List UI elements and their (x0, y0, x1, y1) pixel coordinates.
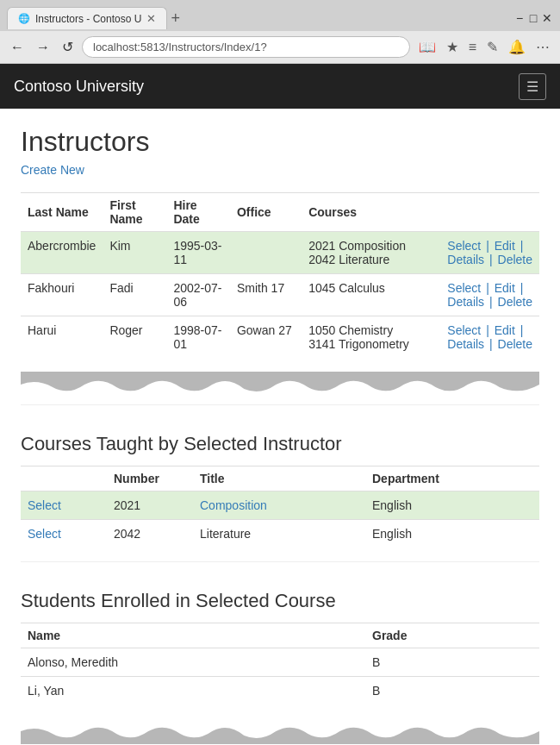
col-department: Department (365, 466, 539, 491)
delete-link[interactable]: Delete (498, 253, 532, 266)
cell-first-name: Fadi (103, 274, 166, 316)
cell-first-name: Kim (103, 232, 166, 274)
courses-table: Number Title Department Select2021Compos… (21, 466, 539, 548)
cell-number: 2042 (107, 520, 193, 548)
maximize-button[interactable]: □ (527, 12, 539, 24)
course-select-link[interactable]: Select (28, 498, 61, 512)
table-row: FakhouriFadi2002-07-06Smith 171045 Calcu… (21, 274, 539, 316)
delete-link[interactable]: Delete (498, 337, 532, 351)
details-link[interactable]: Details (447, 295, 484, 309)
select-link[interactable]: Select (447, 323, 481, 337)
cell-grade: B (365, 648, 539, 677)
table-row: Alonso, MeredithB (21, 648, 539, 677)
tab-close-icon[interactable]: ✕ (146, 12, 156, 25)
refresh-button[interactable]: ↺ (59, 37, 77, 57)
navbar-brand: Contoso University (14, 78, 144, 96)
reader-icon[interactable]: 📖 (415, 37, 439, 57)
cell-hire-date: 1998-07-01 (166, 316, 230, 359)
navbar-toggle-button[interactable]: ☰ (519, 73, 546, 100)
tab-bar: 🌐 Instructors - Contoso U ✕ + − □ ✕ (0, 0, 560, 31)
col-name: Name (21, 623, 365, 648)
courses-section-title: Courses Taught by Selected Instructor (21, 433, 539, 455)
students-header-row: Name Grade (21, 623, 539, 648)
cell-actions: Select | Edit |Details | Delete (440, 274, 539, 316)
col-first-name: FirstName (103, 193, 166, 232)
table-row: Select2042LiteratureEnglish (21, 520, 539, 548)
edit-link[interactable]: Edit (495, 281, 515, 295)
col-office: Office (230, 193, 302, 232)
ragged-edge-bottom (21, 718, 539, 744)
cell-select: Select (21, 491, 107, 520)
cell-office: Gowan 27 (230, 316, 302, 359)
delete-link[interactable]: Delete (498, 295, 532, 309)
cell-office (230, 232, 302, 274)
select-link[interactable]: Select (447, 281, 481, 295)
page-title: Instructors (21, 126, 539, 158)
more-options-icon[interactable]: ⋯ (532, 37, 553, 57)
col-number: Number (107, 466, 193, 491)
notifications-icon[interactable]: 🔔 (505, 37, 529, 57)
url-input[interactable] (82, 36, 410, 58)
minimize-button[interactable]: − (513, 12, 526, 24)
cell-department: English (365, 491, 539, 520)
details-link[interactable]: Details (447, 253, 484, 266)
cell-courses: 2021 Composition2042 Literature (302, 232, 440, 274)
ragged-edge-top (21, 372, 539, 398)
cell-department: English (365, 520, 539, 548)
back-button[interactable]: ← (7, 38, 28, 57)
menu-icon[interactable]: ≡ (465, 38, 480, 57)
cell-select: Select (21, 520, 107, 548)
col-title: Title (193, 466, 365, 491)
new-tab-button[interactable]: + (171, 10, 180, 26)
cell-hire-date: 1995-03-11 (166, 232, 230, 274)
col-hire-date: HireDate (166, 193, 230, 232)
cell-grade: B (365, 677, 539, 705)
edit-link[interactable]: Edit (495, 239, 515, 253)
forward-button[interactable]: → (33, 38, 53, 57)
address-bar: ← → ↺ 📖 ★ ≡ ✎ 🔔 ⋯ (0, 31, 560, 63)
cell-number: 2021 (107, 491, 193, 520)
students-table: Name Grade Alonso, MeredithBLi, YanB (21, 623, 539, 704)
close-button[interactable]: ✕ (541, 12, 553, 24)
cell-courses: 1050 Chemistry3141 Trigonometry (302, 316, 440, 359)
browser-chrome: 🌐 Instructors - Contoso U ✕ + − □ ✕ ← → … (0, 0, 560, 64)
edit-link[interactable]: Edit (495, 323, 515, 337)
table-row: Li, YanB (21, 677, 539, 705)
students-section-title: Students Enrolled in Selected Course (21, 590, 539, 612)
cell-last-name: Fakhouri (21, 274, 103, 316)
course-select-link[interactable]: Select (28, 527, 61, 541)
cell-first-name: Roger (103, 316, 166, 359)
cell-courses: 1045 Calculus (302, 274, 440, 316)
cell-student-name: Alonso, Meredith (21, 648, 365, 677)
cell-student-name: Li, Yan (21, 677, 365, 705)
courses-header-row: Number Title Department (21, 466, 539, 491)
cell-office: Smith 17 (230, 274, 302, 316)
col-actions (440, 193, 539, 232)
instructors-table: Last Name FirstName HireDate Office Cour… (21, 192, 539, 358)
table-row: Select2021CompositionEnglish (21, 491, 539, 520)
students-section: Students Enrolled in Selected Course Nam… (21, 561, 539, 704)
cell-actions: Select | Edit |Details | Delete (440, 316, 539, 359)
cell-last-name: Harui (21, 316, 103, 359)
tab-title: Instructors - Contoso U (35, 13, 141, 25)
select-link[interactable]: Select (447, 239, 481, 253)
courses-section: Courses Taught by Selected Instructor Nu… (21, 404, 539, 548)
create-new-link[interactable]: Create New (21, 163, 84, 177)
cell-last-name: Abercrombie (21, 232, 103, 274)
active-tab[interactable]: 🌐 Instructors - Contoso U ✕ (7, 7, 167, 29)
bookmark-icon[interactable]: ★ (443, 37, 462, 57)
instructors-header-row: Last Name FirstName HireDate Office Cour… (21, 193, 539, 232)
page-content: Instructors Create New Last Name FirstNa… (0, 109, 560, 745)
col-select (21, 466, 107, 491)
navbar: Contoso University ☰ (0, 64, 560, 109)
cell-title: Literature (193, 520, 365, 548)
table-row: HaruiRoger1998-07-01Gowan 271050 Chemist… (21, 316, 539, 359)
col-courses: Courses (302, 193, 440, 232)
cell-hire-date: 2002-07-06 (166, 274, 230, 316)
edit-icon[interactable]: ✎ (483, 37, 501, 57)
table-row: AbercrombieKim1995-03-112021 Composition… (21, 232, 539, 274)
browser-icons: 📖 ★ ≡ ✎ 🔔 ⋯ (415, 37, 553, 57)
tab-favicon-icon: 🌐 (18, 13, 30, 24)
cell-title: Composition (193, 491, 365, 520)
details-link[interactable]: Details (447, 337, 484, 351)
